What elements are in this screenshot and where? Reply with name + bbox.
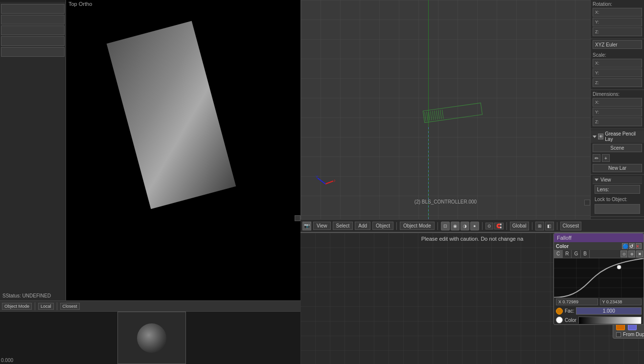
dim-x-field[interactable]: X: (593, 98, 642, 107)
gp-scene-row: Scene (591, 143, 644, 153)
pencil-icon-btn[interactable]: ✏ (593, 154, 600, 162)
overlay-buttons: ⊞ ◧ (535, 222, 554, 230)
dim-z-field[interactable]: Z: (593, 117, 642, 126)
sep5 (532, 222, 532, 230)
gp-scene-btn[interactable]: Scene (593, 144, 642, 152)
new-layer-btn[interactable]: New Lar (593, 164, 642, 172)
x-coord-field[interactable]: X 0.72989 (556, 298, 598, 305)
pivot-snap: ⊙ 🧲 (485, 223, 504, 229)
wireframe-btn[interactable]: ⊡ (441, 222, 450, 230)
sep1 (35, 302, 35, 310)
view-collapse-icon[interactable] (595, 179, 598, 181)
gp-title: Grease Pencil Lay (605, 131, 642, 142)
svg-text:X: X (334, 179, 335, 183)
select-btn[interactable]: Select (333, 222, 353, 230)
tc-dupli-check[interactable] (616, 332, 621, 337)
mini-circle (137, 323, 166, 353)
dim-y-field[interactable]: Y: (593, 108, 642, 116)
side-panel-items (0, 3, 66, 58)
fac-value-field[interactable]: 1.000 (576, 307, 642, 315)
color-tab-icons: ⊙ ⊕ ✖ (620, 250, 644, 258)
rotation-section: Rotation: X: Y: Z: (591, 0, 644, 39)
color-header-label: Color (556, 244, 569, 249)
mini-viewport (117, 312, 186, 364)
snap-btn[interactable]: 🧲 (494, 223, 504, 229)
xyz-euler-field[interactable]: XYZ Euler (593, 40, 642, 49)
svg-point-11 (617, 265, 621, 269)
mode-select[interactable]: Object Mode (2, 303, 32, 310)
tab-icon-1[interactable]: ⊙ (621, 250, 627, 257)
color-header-controls: 🔵 ↺ × (622, 243, 642, 249)
view-btn[interactable]: View (313, 222, 331, 230)
gp-header: 👁 Grease Pencil Lay (591, 130, 644, 143)
side-item-4[interactable] (1, 36, 65, 46)
gp-collapse-icon[interactable] (593, 136, 597, 138)
xray-btn[interactable]: ◧ (545, 222, 554, 230)
c-tab[interactable]: C (554, 250, 563, 258)
g-tab[interactable]: G (572, 250, 581, 258)
closest-btn[interactable]: Closest (60, 303, 80, 310)
y-coord-field[interactable]: Y 0.23438 (600, 298, 642, 305)
gp-eye-icon[interactable]: 👁 (598, 134, 603, 139)
closest-select[interactable]: Closest (560, 222, 581, 230)
scale-y-field[interactable]: Y: (593, 68, 642, 77)
lock-object-label: Lock to Object: (593, 196, 642, 203)
close-color-icon[interactable]: × (636, 243, 642, 249)
b-tab[interactable]: B (581, 250, 590, 258)
reset-icon[interactable]: ↺ (629, 243, 635, 249)
tab-icon-3[interactable]: ✖ (636, 250, 643, 257)
resize-handle[interactable] (295, 215, 300, 221)
scale-x-field[interactable]: X: (593, 59, 642, 68)
global-select[interactable]: Global (510, 222, 529, 230)
rotation-y-field[interactable]: Y: (593, 18, 642, 26)
mode-btn[interactable]: Object Mode (400, 222, 435, 230)
side-item-2[interactable] (1, 15, 65, 24)
bottom-panel: Object Mode Local Closest (2) BLS_CONTRO… (0, 300, 300, 364)
scale-z-field[interactable]: Z: (593, 78, 642, 87)
side-item-5[interactable] (1, 47, 65, 57)
dim-x-prefix: X: (595, 100, 599, 105)
object-btn[interactable]: Object (372, 222, 393, 230)
side-item-3[interactable] (1, 25, 65, 35)
rendered-btn[interactable]: ● (470, 222, 479, 230)
rotation-label: Rotation: (593, 1, 642, 7)
camera-icon-btn[interactable]: 📷 (302, 222, 311, 230)
solid-btn[interactable]: ◉ (451, 222, 460, 230)
color-swatch-row: Color (554, 316, 644, 324)
tab-icon-2[interactable]: ⊕ (628, 250, 635, 257)
dimensions-label: Dimensions: (593, 91, 642, 97)
status-label: SStatus: UNDEFINED (1, 293, 52, 299)
viewport-expand[interactable] (584, 200, 590, 205)
coordinate-display: (2) BLS_CONTROLLER.000 0.000 (1, 358, 13, 363)
sep3 (482, 222, 483, 230)
lens-row: Lens: (593, 184, 642, 196)
plus-icon-btn[interactable]: + (602, 154, 610, 162)
svg-text:Y: Y (316, 175, 319, 179)
line-8 (438, 110, 440, 119)
r-tab[interactable]: R (563, 250, 572, 258)
eyedropper-icon[interactable]: 🔵 (622, 243, 628, 249)
rotation-x-field[interactable]: X: (593, 8, 642, 17)
viewport-3d[interactable]: X Y (2) BLS_CONTROLLER.000 (300, 0, 590, 219)
lock-object-field[interactable] (595, 204, 640, 214)
color-gradient-bar[interactable] (578, 317, 642, 323)
tc-dupli-label: From Dupli (623, 332, 644, 337)
scale-label: Scale: (593, 52, 642, 58)
pivot-btn[interactable]: ⊙ (485, 223, 493, 229)
rotation-z-field[interactable]: Z: (593, 27, 642, 36)
left-viewport: Top Ortho SStatus: UNDEFINED Object Mode… (0, 0, 300, 364)
overlay-btn[interactable]: ⊞ (535, 222, 544, 230)
material-btn[interactable]: ◑ (460, 222, 469, 230)
add-btn[interactable]: Add (355, 222, 370, 230)
line-7 (436, 111, 438, 120)
euler-section: XYZ Euler (591, 39, 644, 51)
closest-option: Closest (563, 223, 579, 229)
side-item-1[interactable] (1, 4, 65, 14)
fac-label: Fac: (565, 308, 574, 314)
axes-indicator: X Y (316, 174, 335, 195)
local-btn[interactable]: Local (38, 303, 54, 310)
bottom-toolbar: Object Mode Local Closest (0, 301, 300, 312)
sep4 (506, 222, 507, 230)
lens-field[interactable]: Lens: (595, 185, 640, 194)
color-curve-graph[interactable] (554, 258, 644, 297)
